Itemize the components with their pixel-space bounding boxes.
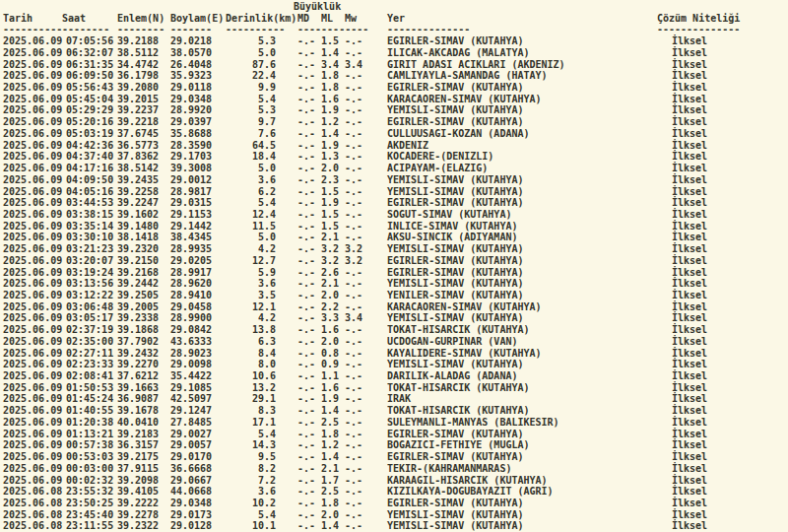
underline-longitude: ------- — [170, 24, 212, 35]
cell-ml: 1.2 — [315, 439, 339, 451]
magnitude-group-header: Büyüklük — [294, 1, 341, 13]
cell-depth: 7.2 — [227, 475, 276, 487]
cell-location: YEMISLI-SIMAV (KUTAHYA) — [387, 359, 523, 370]
table-row: 2025.06.0905:56:4339.208029.01189.9-.-1.… — [0, 82, 788, 94]
cell-location: SULEYMANLI-MANYAS (BALIKESIR) — [387, 417, 559, 429]
cell-quality: İlksel — [672, 520, 707, 532]
cell-quality: İlksel — [672, 70, 707, 82]
cell-mw: -.- — [339, 290, 362, 301]
cell-depth: 3.6 — [227, 174, 276, 186]
cell-ml: 3.3 — [315, 312, 339, 324]
cell-quality: İlksel — [672, 301, 707, 313]
cell-quality: İlksel — [672, 312, 707, 324]
cell-location: YEMISLI-SIMAV (KUTAHYA) — [387, 520, 523, 532]
cell-location: KARACAOREN-SIMAV (KUTAHYA) — [387, 301, 542, 313]
cell-ml: 1.5 — [315, 221, 339, 233]
cell-latitude: 39.1678 — [117, 405, 159, 417]
cell-md: -.- — [292, 359, 315, 370]
cell-depth: 12.4 — [227, 209, 276, 221]
cell-depth: 8.3 — [227, 405, 276, 417]
cell-longitude: 35.8688 — [170, 128, 212, 140]
cell-date: 2025.06.08 — [3, 486, 62, 498]
cell-mw: -.- — [339, 232, 362, 243]
cell-longitude: 29.0098 — [170, 359, 212, 370]
cell-quality: İlksel — [672, 94, 707, 105]
table-row: 2025.06.0904:37:4037.836229.170318.4-.-1… — [0, 151, 788, 163]
cell-md: -.- — [292, 405, 315, 417]
cell-mw: -.- — [339, 174, 362, 186]
cell-depth: 10.1 — [227, 520, 276, 532]
cell-ml: 1.4 — [315, 47, 339, 59]
cell-time: 04:42:36 — [66, 140, 113, 152]
underline-time: -------- — [62, 24, 109, 35]
cell-latitude: 39.2247 — [117, 197, 159, 209]
cell-quality: İlksel — [672, 128, 707, 140]
cell-time: 05:29:29 — [66, 104, 113, 116]
cell-latitude: 39.2175 — [117, 451, 159, 463]
cell-depth: 5.3 — [227, 35, 276, 47]
table-row: 2025.06.0903:05:1739.233828.99004.2-.-3.… — [0, 312, 788, 324]
cell-ml: 2.0 — [315, 509, 339, 521]
cell-quality: İlksel — [672, 47, 707, 59]
cell-depth: 7.6 — [227, 128, 276, 140]
cell-latitude: 39.2218 — [117, 116, 159, 128]
cell-time: 04:37:40 — [66, 151, 113, 163]
column-header-date: Tarih — [3, 13, 33, 25]
cell-ml: 1.9 — [315, 140, 339, 152]
cell-md: -.- — [292, 486, 315, 498]
table-row: 2025.06.0823:50:2539.222229.034810.2-.-1… — [0, 498, 788, 509]
cell-mw: -.- — [339, 278, 362, 290]
cell-quality: İlksel — [672, 393, 707, 405]
cell-quality: İlksel — [672, 209, 707, 221]
cell-time: 23:11:55 — [66, 520, 113, 532]
cell-longitude: 29.1085 — [170, 382, 212, 394]
cell-mw: -.- — [339, 417, 362, 429]
cell-depth: 5.9 — [227, 267, 276, 279]
table-row: 2025.06.0900:53:0339.217529.01709.5-.-1.… — [0, 451, 788, 463]
column-header-latitude: Enlem(N) — [117, 13, 164, 25]
cell-time: 03:30:10 — [66, 232, 113, 243]
cell-ml: 1.7 — [315, 475, 339, 487]
cell-mw: 3.4 — [339, 312, 362, 324]
cell-location: YEMISLI-SIMAV (KUTAHYA) — [387, 104, 523, 116]
cell-location: AKDENIZ — [387, 140, 428, 152]
cell-time: 23:50:25 — [66, 498, 113, 509]
cell-longitude: 29.0205 — [170, 255, 212, 267]
cell-time: 05:03:19 — [66, 128, 113, 140]
cell-md: -.- — [292, 312, 315, 324]
table-row: 2025.06.0823:55:3239.410544.06683.6-.-2.… — [0, 486, 788, 498]
cell-depth: 17.1 — [227, 417, 276, 429]
cell-date: 2025.06.09 — [3, 405, 62, 417]
cell-mw: -.- — [339, 47, 362, 59]
cell-time: 02:08:41 — [66, 370, 113, 382]
cell-depth: 10.6 — [227, 370, 276, 382]
cell-mw: -.- — [339, 324, 362, 336]
cell-location: KARAAGIL-HISARCIK (KUTAHYA) — [387, 475, 548, 487]
cell-quality: İlksel — [672, 140, 707, 152]
cell-ml: 3.2 — [315, 255, 339, 267]
cell-ml: 2.6 — [315, 267, 339, 279]
cell-quality: İlksel — [672, 35, 707, 47]
earthquake-report-table: Büyüklük Tarih Saat Enlem(N) Boylam(E) D… — [0, 0, 788, 532]
underline-magnitude: ------------ — [297, 24, 368, 35]
cell-ml: 1.5 — [315, 186, 339, 198]
cell-longitude: 29.0027 — [170, 429, 212, 440]
table-row: 2025.06.0903:44:5339.224729.03155.4-.-1.… — [0, 197, 788, 209]
cell-quality: İlksel — [672, 336, 707, 348]
cell-quality: İlksel — [672, 232, 707, 243]
cell-ml: 2.2 — [315, 301, 339, 313]
cell-date: 2025.06.09 — [3, 451, 62, 463]
cell-date: 2025.06.09 — [3, 82, 62, 94]
cell-ml: 1.8 — [315, 70, 339, 82]
cell-ml: 1.4 — [315, 405, 339, 417]
cell-quality: İlksel — [672, 243, 707, 255]
cell-date: 2025.06.09 — [3, 116, 62, 128]
cell-location: IRAK — [387, 393, 411, 405]
cell-latitude: 37.7902 — [117, 336, 159, 348]
cell-location: SOGUT-SIMAV (KUTAHYA) — [387, 209, 511, 221]
cell-md: -.- — [292, 301, 315, 313]
table-row: 2025.06.0905:03:1937.674535.86887.6-.-1.… — [0, 128, 788, 140]
cell-latitude: 39.2270 — [117, 359, 159, 370]
earthquake-list-page: { "page": { "background_color": "#fbf8e6… — [0, 0, 788, 532]
cell-ml: 2.3 — [315, 174, 339, 186]
